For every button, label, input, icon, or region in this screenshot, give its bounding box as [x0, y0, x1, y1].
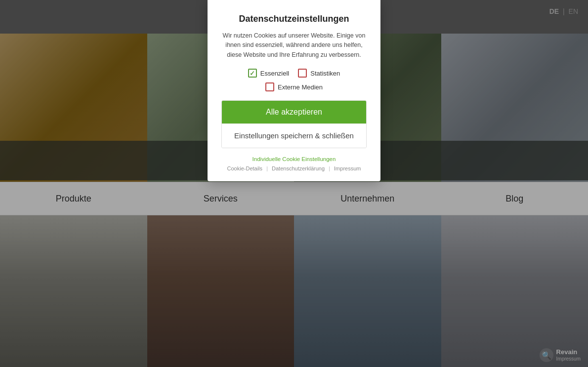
checkbox-statistiken-box[interactable]	[298, 69, 307, 78]
checkbox-essenziell[interactable]: Essenziell	[248, 69, 290, 78]
modal-checkboxes: Essenziell Statistiken Externe Medien	[221, 69, 367, 91]
checkbox-externe-medien-label: Externe Medien	[278, 83, 323, 91]
footer-impressum[interactable]: Impressum	[334, 165, 361, 171]
modal-description: Wir nutzen Cookies auf unserer Website. …	[221, 31, 367, 60]
footer-cookie-details[interactable]: Cookie-Details	[227, 165, 263, 171]
accept-all-button[interactable]: Alle akzeptieren	[222, 101, 366, 123]
checkbox-essenziell-label: Essenziell	[260, 70, 290, 77]
pipe-2: |	[329, 165, 330, 171]
checkbox-row-1: Essenziell Statistiken	[248, 69, 340, 78]
cookie-modal: Datenschutzeinstellungen Wir nutzen Cook…	[208, 0, 380, 181]
checkbox-statistiken-label: Statistiken	[310, 70, 340, 77]
checkbox-row-2: Externe Medien	[265, 82, 323, 91]
save-settings-button[interactable]: Einstellungen speichern & schließen	[222, 123, 366, 148]
checkbox-statistiken[interactable]: Statistiken	[298, 69, 340, 78]
checkbox-externe-medien[interactable]: Externe Medien	[265, 82, 323, 91]
checkbox-essenziell-box[interactable]	[248, 69, 257, 78]
individual-cookie-link[interactable]: Individuelle Cookie Einstellungen	[252, 156, 336, 162]
checkbox-externe-medien-box[interactable]	[265, 82, 274, 91]
modal-button-group: Alle akzeptieren Einstellungen speichern…	[221, 100, 367, 148]
footer-datenschutz[interactable]: Datenschutzerklärung	[272, 165, 325, 171]
modal-individual-link: Individuelle Cookie Einstellungen	[221, 154, 367, 163]
modal-title: Datenschutzeinstellungen	[221, 14, 367, 24]
pipe-1: |	[266, 165, 268, 171]
modal-footer-bottom: Cookie-Details | Datenschutzerklärung | …	[221, 165, 367, 171]
